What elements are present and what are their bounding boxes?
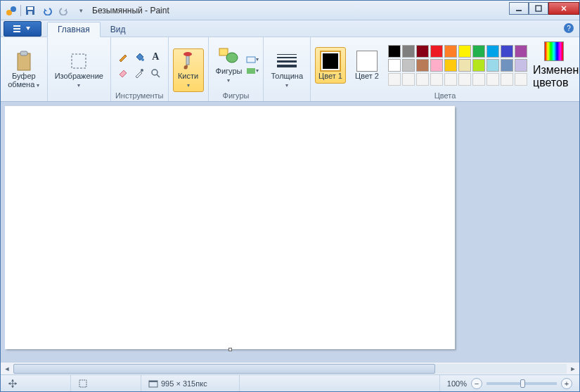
palette-empty-slot[interactable]: [472, 73, 485, 86]
svg-rect-5: [516, 10, 522, 11]
zoom-slider[interactable]: [486, 382, 557, 385]
palette-color[interactable]: [416, 45, 429, 58]
pencil-tool-icon[interactable]: [116, 50, 130, 64]
palette-color[interactable]: [444, 45, 457, 58]
window-title: Безымянный - Paint: [92, 6, 169, 15]
shapes-button[interactable]: Фигуры▾: [213, 44, 245, 86]
group-size: Толщина▾: [264, 37, 311, 101]
palette-empty-slot[interactable]: [430, 73, 443, 86]
palette-color[interactable]: [458, 45, 471, 58]
palette-empty-slot[interactable]: [402, 73, 415, 86]
palette-color[interactable]: [458, 59, 471, 72]
palette-color[interactable]: [501, 45, 513, 58]
ribbon: Буфер обмена ▾ Изображение ▾ A Инструмен…: [1, 37, 579, 102]
canvas-resize-handle-s[interactable]: [228, 348, 232, 351]
palette-color[interactable]: [388, 45, 401, 58]
palette-color[interactable]: [472, 59, 485, 72]
group-brushes: Кисти▾: [169, 37, 209, 101]
eraser-tool-icon[interactable]: [116, 66, 130, 80]
svg-point-1: [11, 6, 16, 12]
palette-empty-slot[interactable]: [444, 73, 457, 86]
scroll-thumb[interactable]: [13, 364, 435, 374]
qat-customize-icon[interactable]: ▾: [73, 3, 89, 18]
svg-point-15: [152, 70, 157, 75]
zoom-slider-knob[interactable]: [520, 379, 525, 388]
palette-color[interactable]: [472, 45, 485, 58]
close-button[interactable]: [548, 2, 579, 15]
brushes-button[interactable]: Кисти▾: [173, 48, 204, 92]
group-shapes: Фигуры▾ ▾ ▾ Фигуры: [209, 37, 264, 101]
cursor-position-cell: [1, 375, 71, 391]
tab-home[interactable]: Главная: [47, 22, 101, 37]
zoom-out-button[interactable]: −: [471, 378, 482, 389]
canvas[interactable]: [5, 106, 455, 349]
zoom-in-button[interactable]: +: [561, 378, 572, 389]
magnifier-tool-icon[interactable]: [148, 66, 162, 80]
svg-rect-25: [149, 381, 157, 382]
ribbon-tabs: Главная Вид ?: [1, 20, 579, 37]
image-label: Изображение: [55, 72, 103, 80]
palette-empty-slot[interactable]: [515, 73, 527, 86]
group-image: Изображение ▾: [48, 37, 111, 101]
save-icon[interactable]: [22, 3, 38, 18]
color1-button[interactable]: Цвет 1: [315, 47, 346, 84]
palette-empty-slot[interactable]: [388, 73, 401, 86]
shapes-label: Фигуры: [216, 67, 243, 75]
palette-color[interactable]: [515, 45, 527, 58]
status-bar: 995 × 315пкс 100% − +: [1, 374, 579, 391]
palette-color[interactable]: [402, 59, 415, 72]
group-clipboard: Буфер обмена ▾: [1, 37, 48, 101]
edit-colors-button[interactable]: Изменение цветов: [533, 41, 575, 89]
color2-button[interactable]: Цвет 2: [352, 49, 382, 81]
minimize-button[interactable]: [509, 2, 529, 15]
undo-icon[interactable]: [39, 3, 55, 18]
redo-icon[interactable]: [56, 3, 72, 18]
svg-rect-19: [219, 48, 228, 55]
shapes-group-label: Фигуры: [223, 91, 250, 100]
color1-swatch: [320, 51, 341, 72]
zoom-controls: 100% − +: [440, 378, 579, 389]
svg-point-14: [141, 69, 143, 72]
palette-color[interactable]: [402, 45, 415, 58]
maximize-button[interactable]: [529, 2, 548, 15]
palette-color[interactable]: [430, 45, 443, 58]
palette-color[interactable]: [486, 59, 499, 72]
palette-color[interactable]: [388, 59, 401, 72]
size-label: Толщина: [271, 72, 303, 80]
paint-app-icon[interactable]: [4, 3, 19, 18]
fill-tool-icon[interactable]: [132, 50, 146, 64]
palette-empty-slot[interactable]: [416, 73, 429, 86]
palette-color[interactable]: [486, 45, 499, 58]
palette-color[interactable]: [430, 59, 443, 72]
palette-color[interactable]: [501, 59, 513, 72]
svg-rect-11: [20, 51, 27, 55]
svg-point-13: [141, 58, 144, 61]
shape-fill-icon[interactable]: ▾: [246, 66, 259, 76]
scroll-left-icon[interactable]: ◄: [1, 363, 13, 374]
scroll-right-icon[interactable]: ►: [567, 363, 579, 374]
help-icon[interactable]: ?: [564, 23, 574, 33]
canvas-workspace: [1, 102, 579, 362]
palette-color[interactable]: [444, 59, 457, 72]
shape-outline-icon[interactable]: ▾: [246, 55, 259, 65]
svg-rect-4: [28, 11, 32, 15]
text-tool-icon[interactable]: A: [148, 50, 162, 64]
svg-rect-6: [536, 6, 541, 11]
file-menu-button[interactable]: [4, 21, 41, 37]
svg-rect-7: [13, 25, 20, 27]
tab-view[interactable]: Вид: [101, 22, 136, 37]
picker-tool-icon[interactable]: [132, 66, 146, 80]
svg-rect-21: [247, 57, 255, 63]
size-button[interactable]: Толщина▾: [268, 49, 306, 91]
colors-group-label: Цвета: [434, 91, 456, 100]
palette-color[interactable]: [515, 59, 527, 72]
paste-button[interactable]: Буфер обмена ▾: [5, 49, 43, 91]
group-tools: A Инструменты: [111, 37, 169, 101]
palette-empty-slot[interactable]: [501, 73, 513, 86]
select-button[interactable]: Изображение ▾: [52, 49, 106, 91]
palette-empty-slot[interactable]: [486, 73, 499, 86]
color2-label: Цвет 2: [355, 72, 379, 80]
svg-rect-3: [27, 7, 33, 10]
palette-empty-slot[interactable]: [458, 73, 471, 86]
palette-color[interactable]: [416, 59, 429, 72]
